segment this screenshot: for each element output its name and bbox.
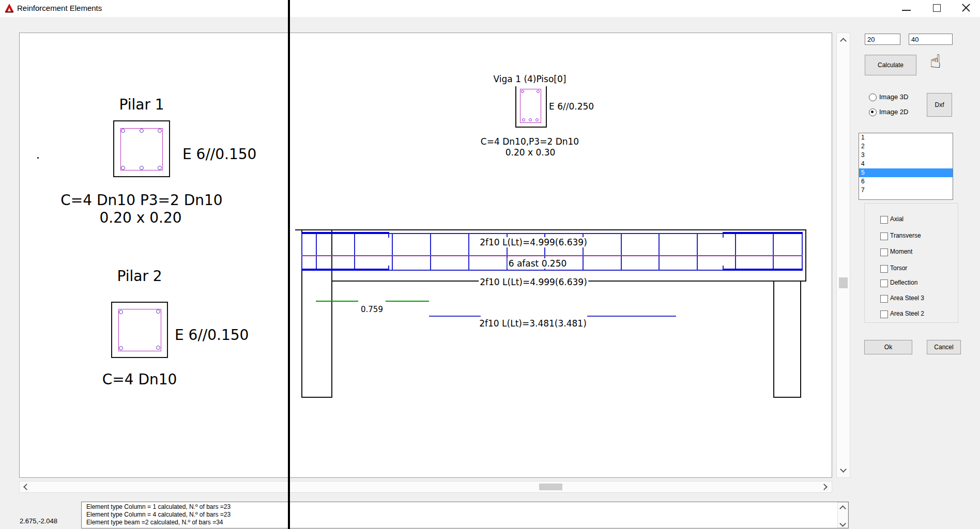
- scroll-down-icon[interactable]: [840, 466, 847, 473]
- pilar1-title: Pilar 1: [119, 96, 164, 113]
- pilar2-bars-label: C=4 Dn10: [102, 371, 177, 388]
- stirrup-line: [354, 234, 355, 270]
- scroll-right-icon[interactable]: [821, 484, 828, 490]
- beam-axis-line: [301, 255, 803, 256]
- list-item-4[interactable]: 4: [859, 160, 953, 168]
- checkbox-label: Area Steel 2: [890, 310, 924, 317]
- checkbox-label: Transverse: [890, 232, 921, 239]
- pilar1-stirrup-label: E 6//0.150: [182, 146, 256, 163]
- checkbox-area-steel-2[interactable]: [880, 310, 888, 318]
- log-line: Element type Column = 4 calculated, N.º …: [82, 511, 836, 519]
- calculate-button[interactable]: Calculate: [865, 55, 916, 75]
- checkbox-torsor[interactable]: [880, 265, 888, 273]
- param2-input[interactable]: [909, 34, 953, 45]
- rebar-dot: [156, 309, 160, 314]
- rebar-dot: [121, 166, 125, 170]
- log-vscrollbar[interactable]: [837, 502, 848, 528]
- image-3d-radio[interactable]: [869, 94, 877, 101]
- checkbox-label: Deflection: [890, 279, 917, 286]
- stirrup-line: [430, 234, 431, 270]
- rebar-dot: [529, 118, 532, 121]
- viga-stirrup-label: E 6//0.250: [549, 101, 594, 112]
- log-scroll-down-icon[interactable]: [839, 520, 846, 527]
- canvas-vscrollbar[interactable]: [836, 33, 850, 478]
- image-3d-label: Image 3D: [879, 93, 908, 101]
- rebar-dot: [140, 129, 144, 133]
- calculation-log[interactable]: Element type Column = 1 calculated, N.º …: [81, 502, 849, 528]
- checkbox-moment[interactable]: [880, 248, 888, 256]
- stirrup-line: [697, 234, 698, 270]
- beam-dim-label: 0.759: [361, 305, 383, 314]
- maximize-icon[interactable]: [933, 4, 941, 12]
- log-line: Element type Column = 1 calculated, N.º …: [82, 503, 836, 511]
- viga-bars-label: C=4 Dn10,P3=2 Dn10: [481, 136, 579, 147]
- pilar2-stirrup-outline: [118, 309, 161, 351]
- rebar-dot: [522, 118, 525, 121]
- element-listbox[interactable]: 1234567: [859, 133, 953, 200]
- hand-cursor-icon: ☝: [930, 51, 941, 72]
- rebar-dot: [119, 310, 123, 314]
- pilar1-stirrup-outline: [120, 128, 163, 170]
- section-cut-line: [288, 0, 290, 529]
- checkbox-axial[interactable]: [880, 216, 888, 224]
- right-column-line: [773, 281, 774, 398]
- list-item-6[interactable]: 6: [859, 177, 953, 186]
- rebar-dot: [140, 166, 144, 170]
- rebar-dot: [537, 90, 540, 93]
- list-item-7[interactable]: 7: [859, 186, 953, 195]
- stirrup-line: [621, 234, 622, 270]
- pilar2-title: Pilar 2: [117, 268, 162, 285]
- rebar-dot: [156, 346, 160, 350]
- stray-dot: [37, 157, 39, 159]
- vscroll-thumb[interactable]: [839, 277, 848, 288]
- param1-input[interactable]: [865, 34, 900, 45]
- list-item-5-selected[interactable]: 5: [859, 168, 953, 177]
- top-rebar-anchor: [301, 232, 389, 234]
- list-item-2[interactable]: 2: [859, 142, 953, 151]
- checkbox-label: Axial: [890, 215, 904, 223]
- span-rebar-line: [429, 316, 481, 317]
- minimize-icon[interactable]: [902, 10, 911, 11]
- minimize-button[interactable]: [895, 0, 918, 16]
- ok-button[interactable]: Ok: [864, 340, 912, 354]
- left-column-base: [301, 397, 332, 398]
- beam-stirrup-spacing-label: 6 afast 0.250: [508, 258, 568, 269]
- scroll-up-icon[interactable]: [840, 38, 847, 44]
- canvas-hscrollbar[interactable]: [19, 481, 832, 493]
- pilar1-size-label: 0.20 x 0.20: [99, 209, 181, 226]
- image-2d-radio[interactable]: [869, 108, 877, 116]
- right-column-line: [800, 281, 801, 398]
- coordinates-readout: 2.675,-2.048: [20, 517, 57, 525]
- span-rebar-line: [587, 316, 676, 317]
- checkbox-area-steel-3[interactable]: [880, 295, 888, 303]
- beam-top-rebar-label: 2f10 L(Lt)=4.999(6.639): [479, 237, 588, 247]
- log-scroll-up-icon[interactable]: [839, 505, 846, 512]
- left-column-line: [331, 229, 332, 398]
- scroll-left-icon[interactable]: [23, 484, 30, 490]
- checkbox-deflection[interactable]: [880, 279, 888, 287]
- bottom-rebar-anchor: [723, 269, 803, 271]
- stirrup-line: [468, 234, 469, 270]
- right-column-base: [773, 397, 801, 398]
- pilar1-bars-label: C=4 Dn10 P3=2 Dn10: [60, 192, 222, 209]
- list-item-1[interactable]: 1: [859, 133, 953, 142]
- cancel-button[interactable]: Cancel: [927, 340, 961, 354]
- rebar-dot: [535, 118, 539, 121]
- title-bar: Reinforcement Elements: [0, 0, 980, 17]
- rebar-dot: [119, 346, 123, 350]
- viga-size-label: 0.20 x 0.30: [506, 147, 556, 158]
- log-lines: Element type Column = 1 calculated, N.º …: [82, 503, 836, 526]
- stirrup-line: [773, 234, 774, 270]
- list-item-3[interactable]: 3: [859, 151, 953, 160]
- dim-line: [386, 301, 429, 302]
- pilar2-stirrup-label: E 6//0.150: [175, 326, 249, 344]
- checkbox-label: Area Steel 3: [890, 294, 924, 302]
- checkbox-transverse[interactable]: [880, 232, 888, 240]
- image-2d-label: Image 2D: [879, 108, 908, 116]
- stirrup-line: [659, 234, 660, 270]
- hscroll-thumb[interactable]: [539, 484, 562, 490]
- window-title: Reinforcement Elements: [17, 4, 102, 12]
- dxf-button[interactable]: Dxf: [927, 93, 952, 117]
- rebar-dot: [521, 90, 524, 93]
- options-groupbox: AxialTransverseMomentTorsorDeflectionAre…: [864, 203, 958, 323]
